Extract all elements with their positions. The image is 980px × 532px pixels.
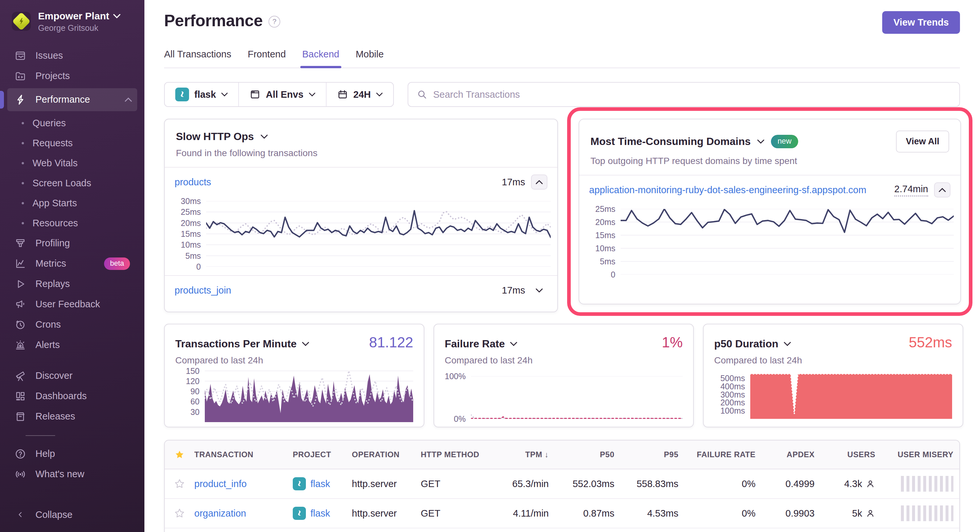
sidebar-item-web-vitals[interactable]: Web Vitals	[7, 153, 137, 173]
view-all-button[interactable]: View All	[896, 130, 949, 152]
projects-icon	[14, 70, 27, 82]
collapse-row-button[interactable]	[934, 183, 950, 197]
collapse-row-button[interactable]	[531, 175, 547, 190]
metric-value: 81.122	[369, 334, 413, 351]
sidebar-item-projects[interactable]: Projects	[7, 66, 137, 86]
sidebar-item-label: Metrics	[35, 258, 66, 269]
metrics-icon	[14, 258, 27, 270]
search-icon	[417, 89, 427, 100]
tab-mobile[interactable]: Mobile	[356, 49, 383, 68]
clock-icon	[14, 319, 27, 330]
users-cell: 4.3k	[815, 478, 875, 489]
sidebar-item-releases[interactable]: Releases	[7, 407, 137, 427]
search-input[interactable]	[433, 89, 951, 100]
tab-frontend[interactable]: Frontend	[248, 49, 286, 68]
transaction-link-products-join[interactable]: products_join	[175, 285, 231, 296]
metric-title[interactable]: p50 Duration	[714, 338, 778, 350]
sidebar-item-profiling[interactable]: Profiling	[7, 233, 137, 254]
date-range-filter[interactable]: 24H	[326, 83, 393, 106]
transactions-table: TRANSACTION PROJECT OPERATION HTTP METHO…	[164, 440, 960, 532]
sidebar-item-screen-loads[interactable]: Screen Loads	[7, 173, 137, 193]
column-header[interactable]: P50	[549, 450, 614, 459]
chevron-left-icon	[14, 510, 27, 519]
transaction-link-products[interactable]: products	[175, 177, 211, 187]
sidebar-item-alerts[interactable]: Alerts	[7, 335, 137, 355]
sidebar-collapse-button[interactable]: Collapse	[7, 505, 137, 525]
table-row[interactable]: organization flask http.server GET 4.11/…	[165, 499, 959, 529]
tpm-chart: 150120906030	[165, 366, 424, 430]
bullet-icon	[22, 202, 24, 204]
chevron-down-icon[interactable]	[784, 342, 791, 346]
sidebar-divider	[25, 435, 55, 436]
transaction-link[interactable]: organization	[194, 508, 246, 519]
project-link[interactable]: flask	[310, 508, 330, 519]
chevron-down-icon[interactable]	[757, 140, 764, 144]
card-title[interactable]: Most Time-Consuming Domains	[590, 135, 751, 148]
project-cell[interactable]: flask	[293, 507, 352, 520]
domains-chart: 25ms20ms15ms10ms5ms0	[579, 204, 960, 275]
column-header[interactable]: PROJECT	[293, 450, 352, 459]
chevron-down-icon[interactable]	[302, 342, 309, 346]
help-tooltip-icon[interactable]: ?	[269, 16, 280, 27]
chevron-down-icon[interactable]	[510, 342, 517, 346]
sidebar-item-issues[interactable]: Issues	[7, 46, 137, 66]
sidebar-item-metrics[interactable]: Metrics beta	[7, 254, 137, 274]
star-column-header[interactable]	[165, 450, 194, 459]
sidebar-item-requests[interactable]: Requests	[7, 133, 137, 153]
star-toggle[interactable]	[165, 508, 194, 519]
column-header[interactable]: USERS	[815, 450, 875, 459]
sidebar-item-performance[interactable]: Performance	[7, 88, 137, 111]
org-switcher[interactable]: Empower Plant George Gritsouk	[0, 0, 145, 37]
sidebar-item-label: Screen Loads	[32, 178, 91, 189]
card-subtitle: Found in the following transactions	[176, 148, 546, 159]
chevron-up-icon[interactable]	[125, 97, 132, 102]
sidebar-item-user-feedback[interactable]: User Feedback	[7, 294, 137, 314]
column-header-sorted[interactable]: TPM ↓	[488, 450, 549, 459]
sidebar-item-help[interactable]: Help	[7, 444, 137, 464]
sidebar-item-label: User Feedback	[35, 299, 100, 310]
area-chart	[750, 373, 952, 419]
metric-title[interactable]: Transactions Per Minute	[175, 338, 297, 350]
star-toggle[interactable]	[165, 478, 194, 489]
column-header[interactable]: HTTP METHOD	[421, 450, 488, 459]
domain-time-spent[interactable]: 2.74min	[894, 184, 928, 197]
expand-row-button[interactable]	[531, 283, 547, 298]
telescope-icon	[14, 370, 27, 382]
project-filter[interactable]: flask	[165, 83, 238, 106]
sidebar-item-resources[interactable]: Resources	[7, 213, 137, 233]
column-header[interactable]: OPERATION	[352, 450, 421, 459]
column-header[interactable]: P95	[614, 450, 678, 459]
sidebar-item-queries[interactable]: Queries	[7, 113, 137, 133]
sidebar-item-app-starts[interactable]: App Starts	[7, 193, 137, 213]
p95-cell: 4.53ms	[614, 508, 678, 519]
y-axis: 30ms25ms20ms15ms10ms5ms0	[173, 201, 206, 267]
tab-all-transactions[interactable]: All Transactions	[164, 49, 231, 68]
domain-link[interactable]: application-monitoring-ruby-dot-sales-en…	[589, 185, 867, 195]
sidebar-item-crons[interactable]: Crons	[7, 314, 137, 335]
card-subtitle: Top outgoing HTTP request domains by tim…	[590, 156, 949, 166]
project-link[interactable]: flask	[310, 478, 330, 489]
environment-filter[interactable]: All Envs	[238, 83, 326, 106]
window-icon	[250, 89, 261, 100]
p50-duration-chart: 500ms400ms300ms200ms100ms	[704, 373, 963, 427]
sidebar-item-discover[interactable]: Discover	[7, 366, 137, 386]
metric-subtitle: Compared to last 24h	[434, 351, 693, 366]
transaction-link[interactable]: product_info	[194, 478, 247, 489]
project-cell[interactable]: flask	[293, 477, 352, 490]
metric-title[interactable]: Failure Rate	[445, 338, 505, 350]
table-row[interactable]: product_info flask http.server GET 65.3/…	[165, 469, 959, 499]
card-title[interactable]: Slow HTTP Ops	[176, 130, 254, 143]
tab-backend[interactable]: Backend	[302, 49, 339, 68]
column-header[interactable]: APDEX	[756, 450, 815, 459]
user-misery-bars	[901, 505, 953, 521]
column-header[interactable]: TRANSACTION	[194, 450, 293, 459]
sidebar-item-dashboards[interactable]: Dashboards	[7, 386, 137, 407]
sidebar-item-label: Dashboards	[35, 391, 87, 402]
view-trends-button[interactable]: View Trends	[882, 11, 960, 34]
search-transactions-box[interactable]	[407, 82, 960, 107]
chevron-down-icon[interactable]	[261, 135, 268, 139]
sidebar-item-whats-new[interactable]: What's new	[7, 464, 137, 484]
column-header[interactable]: FAILURE RATE	[678, 450, 756, 459]
sidebar-item-replays[interactable]: Replays	[7, 274, 137, 294]
column-header[interactable]: USER MISERY	[875, 450, 957, 459]
